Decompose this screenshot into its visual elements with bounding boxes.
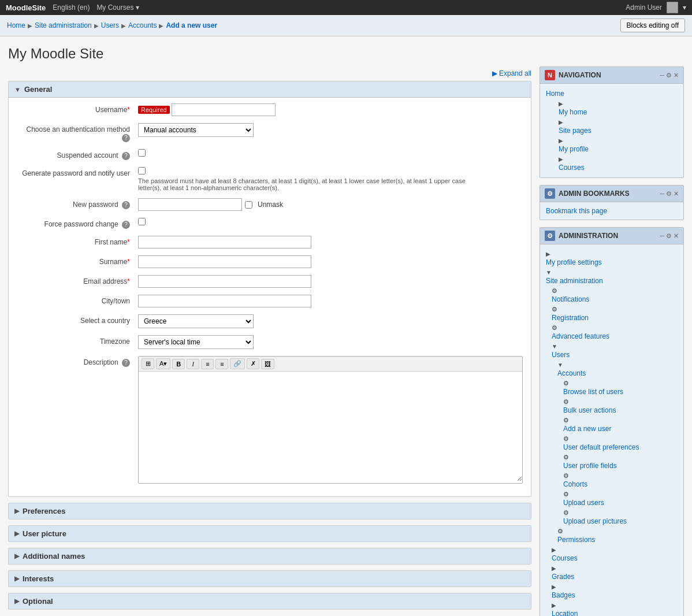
admin-link-permissions[interactable]: Permissions bbox=[557, 535, 678, 544]
admin-link-upload-user-pictures[interactable]: Upload user pictures bbox=[563, 517, 678, 526]
avatar[interactable] bbox=[667, 2, 678, 13]
city-input[interactable] bbox=[138, 295, 311, 307]
blocks-editing-button[interactable]: Blocks editing off bbox=[620, 18, 686, 32]
interests-section-title: Interests bbox=[23, 574, 54, 583]
auth-method-help-icon[interactable]: ? bbox=[122, 134, 130, 142]
preferences-section: ▶ Preferences bbox=[8, 503, 531, 519]
force-password-checkbox[interactable] bbox=[138, 218, 146, 225]
general-section-header[interactable]: ▼ General bbox=[9, 81, 531, 98]
editor-btn-font[interactable]: A▾ bbox=[156, 358, 170, 369]
user-menu-arrow-icon[interactable]: ▾ bbox=[683, 3, 686, 12]
unmask-checkbox[interactable] bbox=[245, 201, 252, 209]
admin-link-accounts[interactable]: Accounts bbox=[557, 369, 678, 378]
new-password-input[interactable] bbox=[138, 198, 242, 211]
generate-password-control: The password must have at least 8 charac… bbox=[138, 167, 523, 191]
breadcrumb-accounts[interactable]: Accounts bbox=[128, 21, 157, 29]
editor-btn-bold[interactable]: B bbox=[172, 359, 185, 369]
nav-sub-tree: ▶ My home ▶ Site pages ▶ My profile ▶ bbox=[546, 99, 678, 173]
admin-close-icon[interactable]: ✕ bbox=[674, 232, 679, 240]
auth-method-select[interactable]: Manual accounts bbox=[138, 123, 254, 137]
auth-method-label: Choose an authentication method ? bbox=[17, 123, 138, 142]
admin-link-cohorts[interactable]: Cohorts bbox=[563, 480, 678, 489]
admin-link-browse-users[interactable]: Browse list of users bbox=[563, 387, 678, 396]
nav-link-home[interactable]: Home bbox=[546, 89, 678, 98]
top-nav-right: Admin User ▾ bbox=[626, 2, 686, 13]
admin-gear-icon[interactable]: ⚙ bbox=[666, 232, 672, 240]
bookmarks-block: ⚙ ADMIN BOOKMARKS ─ ⚙ ✕ Bookmark this pa… bbox=[540, 185, 684, 220]
admin-minimize-icon[interactable]: ─ bbox=[660, 232, 664, 240]
admin-link-user-default-prefs[interactable]: User default preferences bbox=[563, 443, 678, 452]
new-password-help-icon[interactable]: ? bbox=[122, 201, 130, 209]
bookmarks-gear-icon[interactable]: ⚙ bbox=[666, 190, 672, 198]
language-selector[interactable]: English (en) bbox=[53, 3, 90, 12]
editor-btn-table[interactable]: ⊞ bbox=[142, 358, 154, 369]
admin-link-courses[interactable]: Courses bbox=[552, 554, 678, 563]
top-nav-left: MoodleSite English (en) My Courses ▾ bbox=[6, 3, 139, 12]
site-name[interactable]: MoodleSite bbox=[6, 3, 46, 12]
email-input[interactable] bbox=[138, 275, 311, 288]
nav-link-myhome[interactable]: My home bbox=[559, 107, 678, 117]
admin-link-users[interactable]: Users bbox=[552, 350, 678, 359]
administration-block: ⚙ ADMINISTRATION ─ ⚙ ✕ ▶ My profile sett… bbox=[540, 227, 684, 616]
bookmark-this-page-link[interactable]: Bookmark this page bbox=[546, 207, 607, 215]
admin-link-bulk-actions[interactable]: Bulk user actions bbox=[563, 406, 678, 415]
bookmarks-close-icon[interactable]: ✕ bbox=[674, 190, 679, 198]
bookmarks-block-body: Bookmark this page bbox=[540, 202, 683, 220]
main-layout: ▶ Expand all ▼ General Username* Require… bbox=[0, 66, 692, 616]
breadcrumb-home[interactable]: Home bbox=[7, 21, 25, 29]
optional-section-header[interactable]: ▶ Optional bbox=[9, 593, 531, 609]
interests-section-header[interactable]: ▶ Interests bbox=[9, 571, 531, 587]
admin-bulk-gear-icon: ⚙ bbox=[563, 398, 569, 405]
generate-password-checkbox[interactable] bbox=[138, 167, 146, 175]
nav-block-close-icon[interactable]: ✕ bbox=[674, 72, 679, 79]
nav-block-minimize-icon[interactable]: ─ bbox=[660, 72, 664, 79]
general-toggle-icon: ▼ bbox=[14, 86, 21, 93]
nav-link-sitepages[interactable]: Site pages bbox=[559, 126, 678, 135]
timezone-row: Timezone Server's local time bbox=[17, 335, 523, 349]
admin-link-advanced-features[interactable]: Advanced features bbox=[552, 332, 678, 341]
first-name-input[interactable] bbox=[138, 236, 311, 248]
editor-btn-ol[interactable]: ≡ bbox=[215, 359, 228, 369]
general-section: ▼ General Username* Required bbox=[8, 81, 531, 497]
timezone-select[interactable]: Server's local time bbox=[138, 335, 254, 349]
nav-block-gear-icon[interactable]: ⚙ bbox=[666, 72, 672, 79]
editor-btn-ul[interactable]: ≡ bbox=[201, 359, 214, 369]
editor-btn-unlink[interactable]: ✗ bbox=[247, 358, 259, 369]
description-help-icon[interactable]: ? bbox=[122, 359, 130, 367]
password-hint: The password must have at least 8 charac… bbox=[138, 177, 473, 191]
admin-link-notifications[interactable]: Notifications bbox=[552, 295, 678, 304]
expand-all-link[interactable]: ▶ Expand all bbox=[492, 69, 531, 77]
description-textarea[interactable] bbox=[139, 372, 522, 481]
admin-link-registration[interactable]: Registration bbox=[552, 313, 678, 322]
unmask-label: Unmask bbox=[258, 201, 283, 209]
editor-btn-link[interactable]: 🔗 bbox=[230, 358, 245, 369]
nav-link-courses[interactable]: Courses bbox=[559, 163, 678, 172]
admin-link-user-profile-fields[interactable]: User profile fields bbox=[563, 461, 678, 470]
admin-link-add-new-user[interactable]: Add a new user bbox=[563, 424, 678, 433]
my-courses-menu[interactable]: My Courses ▾ bbox=[96, 3, 139, 12]
admin-link-profile-settings[interactable]: My profile settings bbox=[546, 258, 678, 267]
suspended-help-icon[interactable]: ? bbox=[122, 152, 130, 160]
nav-link-myprofile[interactable]: My profile bbox=[559, 144, 678, 154]
admin-link-badges[interactable]: Badges bbox=[552, 591, 678, 600]
country-select[interactable]: Greece bbox=[138, 314, 254, 328]
force-password-help-icon[interactable]: ? bbox=[122, 221, 130, 229]
breadcrumb-site-admin[interactable]: Site administration bbox=[35, 21, 92, 29]
admin-link-upload-users[interactable]: Upload users bbox=[563, 498, 678, 507]
admin-link-site-administration[interactable]: Site administration bbox=[546, 276, 678, 285]
admin-badges-arrow-icon: ▶ bbox=[552, 584, 556, 590]
user-picture-section-header[interactable]: ▶ User picture bbox=[9, 526, 531, 541]
username-input[interactable] bbox=[172, 103, 276, 116]
bookmarks-minimize-icon[interactable]: ─ bbox=[660, 190, 664, 198]
admin-siteadmin-arrow-icon: ▼ bbox=[546, 269, 552, 276]
breadcrumb-users[interactable]: Users bbox=[101, 21, 119, 29]
editor-btn-image[interactable]: 🖼 bbox=[261, 359, 274, 369]
additional-names-section-header[interactable]: ▶ Additional names bbox=[9, 548, 531, 564]
preferences-section-header[interactable]: ▶ Preferences bbox=[9, 503, 531, 519]
admin-link-location[interactable]: Location bbox=[552, 609, 678, 616]
suspended-checkbox[interactable] bbox=[138, 149, 146, 157]
auth-method-control: Manual accounts bbox=[138, 123, 523, 137]
admin-link-grades[interactable]: Grades bbox=[552, 572, 678, 581]
editor-btn-italic[interactable]: I bbox=[187, 359, 199, 369]
surname-input[interactable] bbox=[138, 255, 311, 268]
